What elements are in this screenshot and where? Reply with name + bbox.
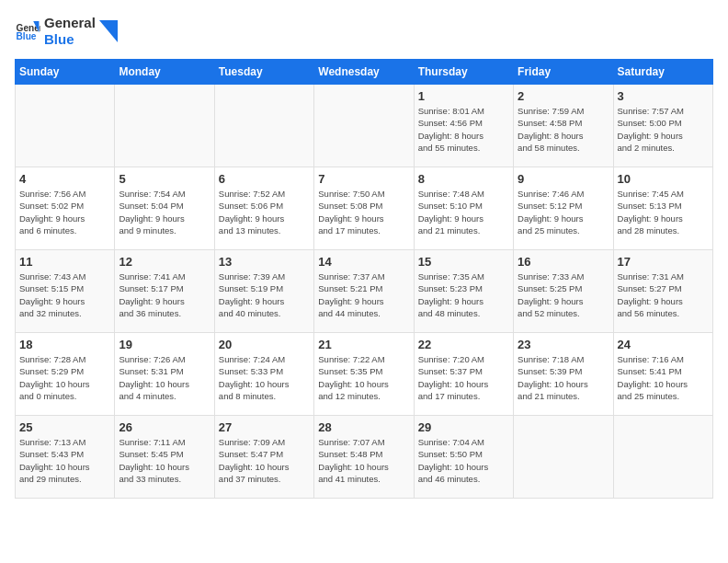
day-number: 15 bbox=[418, 255, 509, 269]
day-number: 10 bbox=[618, 172, 709, 186]
day-info: Sunrise: 7:33 AM Sunset: 5:25 PM Dayligh… bbox=[518, 270, 609, 319]
day-info: Sunrise: 7:07 AM Sunset: 5:48 PM Dayligh… bbox=[318, 436, 409, 485]
day-info: Sunrise: 7:56 AM Sunset: 5:02 PM Dayligh… bbox=[19, 188, 110, 236]
day-number: 13 bbox=[219, 255, 310, 269]
calendar-cell: 13Sunrise: 7:39 AM Sunset: 5:19 PM Dayli… bbox=[214, 250, 313, 333]
calendar-cell bbox=[514, 416, 613, 499]
col-header-saturday: Saturday bbox=[613, 60, 712, 85]
calendar-cell: 24Sunrise: 7:16 AM Sunset: 5:41 PM Dayli… bbox=[613, 333, 712, 416]
calendar-cell: 25Sunrise: 7:13 AM Sunset: 5:43 PM Dayli… bbox=[16, 416, 115, 499]
day-info: Sunrise: 7:13 AM Sunset: 5:43 PM Dayligh… bbox=[19, 436, 110, 485]
day-number: 29 bbox=[418, 420, 509, 434]
calendar-cell: 29Sunrise: 7:04 AM Sunset: 5:50 PM Dayli… bbox=[414, 416, 513, 499]
day-info: Sunrise: 7:24 AM Sunset: 5:33 PM Dayligh… bbox=[219, 353, 310, 402]
day-info: Sunrise: 7:37 AM Sunset: 5:21 PM Dayligh… bbox=[318, 270, 409, 319]
calendar-cell: 18Sunrise: 7:28 AM Sunset: 5:29 PM Dayli… bbox=[16, 333, 115, 416]
day-number: 20 bbox=[219, 338, 310, 351]
calendar-cell bbox=[214, 85, 313, 167]
calendar-cell bbox=[613, 416, 712, 499]
day-number: 8 bbox=[418, 172, 509, 186]
logo-icon: General Blue bbox=[15, 18, 40, 44]
day-number: 3 bbox=[618, 89, 709, 103]
day-number: 25 bbox=[19, 420, 110, 434]
calendar-cell: 6Sunrise: 7:52 AM Sunset: 5:06 PM Daylig… bbox=[214, 167, 313, 250]
day-info: Sunrise: 7:04 AM Sunset: 5:50 PM Dayligh… bbox=[418, 436, 509, 485]
calendar-cell: 26Sunrise: 7:11 AM Sunset: 5:45 PM Dayli… bbox=[115, 416, 214, 499]
day-info: Sunrise: 7:43 AM Sunset: 5:15 PM Dayligh… bbox=[19, 270, 110, 319]
day-info: Sunrise: 7:11 AM Sunset: 5:45 PM Dayligh… bbox=[119, 436, 210, 485]
day-info: Sunrise: 7:26 AM Sunset: 5:31 PM Dayligh… bbox=[119, 353, 210, 402]
day-number: 4 bbox=[19, 172, 110, 186]
day-info: Sunrise: 7:35 AM Sunset: 5:23 PM Dayligh… bbox=[418, 270, 509, 319]
day-number: 28 bbox=[318, 420, 409, 434]
day-number: 27 bbox=[219, 420, 310, 434]
day-info: Sunrise: 7:50 AM Sunset: 5:08 PM Dayligh… bbox=[318, 188, 409, 236]
day-info: Sunrise: 7:39 AM Sunset: 5:19 PM Dayligh… bbox=[219, 270, 310, 319]
calendar-body: 1Sunrise: 8:01 AM Sunset: 4:56 PM Daylig… bbox=[16, 85, 713, 499]
day-number: 26 bbox=[119, 420, 210, 434]
day-number: 6 bbox=[219, 172, 310, 186]
col-header-thursday: Thursday bbox=[414, 60, 513, 85]
day-number: 9 bbox=[518, 172, 609, 186]
calendar-cell: 28Sunrise: 7:07 AM Sunset: 5:48 PM Dayli… bbox=[314, 416, 414, 499]
week-row-5: 25Sunrise: 7:13 AM Sunset: 5:43 PM Dayli… bbox=[16, 416, 713, 499]
day-number: 23 bbox=[518, 338, 609, 351]
day-info: Sunrise: 7:45 AM Sunset: 5:13 PM Dayligh… bbox=[618, 188, 709, 236]
calendar-cell: 23Sunrise: 7:18 AM Sunset: 5:39 PM Dayli… bbox=[514, 333, 613, 416]
calendar-cell: 7Sunrise: 7:50 AM Sunset: 5:08 PM Daylig… bbox=[314, 167, 414, 250]
calendar-cell: 21Sunrise: 7:22 AM Sunset: 5:35 PM Dayli… bbox=[314, 333, 414, 416]
day-info: Sunrise: 7:41 AM Sunset: 5:17 PM Dayligh… bbox=[119, 270, 210, 319]
calendar-cell: 8Sunrise: 7:48 AM Sunset: 5:10 PM Daylig… bbox=[414, 167, 513, 250]
day-info: Sunrise: 7:52 AM Sunset: 5:06 PM Dayligh… bbox=[219, 188, 310, 236]
col-header-tuesday: Tuesday bbox=[214, 60, 313, 85]
calendar-table: SundayMondayTuesdayWednesdayThursdayFrid… bbox=[15, 59, 713, 499]
day-info: Sunrise: 8:01 AM Sunset: 4:56 PM Dayligh… bbox=[418, 105, 509, 154]
logo-general: General bbox=[44, 15, 96, 31]
col-header-friday: Friday bbox=[514, 60, 613, 85]
calendar-cell: 2Sunrise: 7:59 AM Sunset: 4:58 PM Daylig… bbox=[514, 85, 613, 167]
day-number: 14 bbox=[318, 255, 409, 269]
logo-blue: Blue bbox=[44, 31, 96, 48]
day-info: Sunrise: 7:20 AM Sunset: 5:37 PM Dayligh… bbox=[418, 353, 509, 402]
calendar-cell: 11Sunrise: 7:43 AM Sunset: 5:15 PM Dayli… bbox=[16, 250, 115, 333]
day-info: Sunrise: 7:16 AM Sunset: 5:41 PM Dayligh… bbox=[618, 353, 709, 402]
col-header-wednesday: Wednesday bbox=[314, 60, 414, 85]
logo-triangle-icon bbox=[99, 20, 118, 42]
week-row-3: 11Sunrise: 7:43 AM Sunset: 5:15 PM Dayli… bbox=[16, 250, 713, 333]
day-info: Sunrise: 7:48 AM Sunset: 5:10 PM Dayligh… bbox=[418, 188, 509, 236]
week-row-1: 1Sunrise: 8:01 AM Sunset: 4:56 PM Daylig… bbox=[16, 85, 713, 167]
calendar-cell bbox=[16, 85, 115, 167]
calendar-cell: 3Sunrise: 7:57 AM Sunset: 5:00 PM Daylig… bbox=[613, 85, 712, 167]
svg-marker-3 bbox=[99, 20, 118, 42]
calendar-cell: 14Sunrise: 7:37 AM Sunset: 5:21 PM Dayli… bbox=[314, 250, 414, 333]
day-number: 17 bbox=[618, 255, 709, 269]
calendar-cell: 10Sunrise: 7:45 AM Sunset: 5:13 PM Dayli… bbox=[613, 167, 712, 250]
calendar-cell: 4Sunrise: 7:56 AM Sunset: 5:02 PM Daylig… bbox=[16, 167, 115, 250]
header-row: SundayMondayTuesdayWednesdayThursdayFrid… bbox=[16, 60, 713, 85]
calendar-cell: 22Sunrise: 7:20 AM Sunset: 5:37 PM Dayli… bbox=[414, 333, 513, 416]
calendar-cell: 5Sunrise: 7:54 AM Sunset: 5:04 PM Daylig… bbox=[115, 167, 214, 250]
day-info: Sunrise: 7:18 AM Sunset: 5:39 PM Dayligh… bbox=[518, 353, 609, 402]
day-info: Sunrise: 7:54 AM Sunset: 5:04 PM Dayligh… bbox=[119, 188, 210, 236]
calendar-cell: 19Sunrise: 7:26 AM Sunset: 5:31 PM Dayli… bbox=[115, 333, 214, 416]
calendar-cell: 20Sunrise: 7:24 AM Sunset: 5:33 PM Dayli… bbox=[214, 333, 313, 416]
day-info: Sunrise: 7:59 AM Sunset: 4:58 PM Dayligh… bbox=[518, 105, 609, 154]
calendar-cell: 17Sunrise: 7:31 AM Sunset: 5:27 PM Dayli… bbox=[613, 250, 712, 333]
day-info: Sunrise: 7:22 AM Sunset: 5:35 PM Dayligh… bbox=[318, 353, 409, 402]
day-number: 1 bbox=[418, 89, 509, 103]
day-number: 21 bbox=[318, 338, 409, 351]
calendar-cell: 12Sunrise: 7:41 AM Sunset: 5:17 PM Dayli… bbox=[115, 250, 214, 333]
day-number: 11 bbox=[19, 255, 110, 269]
day-number: 2 bbox=[518, 89, 609, 103]
week-row-2: 4Sunrise: 7:56 AM Sunset: 5:02 PM Daylig… bbox=[16, 167, 713, 250]
calendar-cell: 1Sunrise: 8:01 AM Sunset: 4:56 PM Daylig… bbox=[414, 85, 513, 167]
col-header-monday: Monday bbox=[115, 60, 214, 85]
day-number: 18 bbox=[19, 338, 110, 351]
calendar-header: SundayMondayTuesdayWednesdayThursdayFrid… bbox=[16, 60, 713, 85]
day-number: 7 bbox=[318, 172, 409, 186]
day-number: 16 bbox=[518, 255, 609, 269]
day-info: Sunrise: 7:28 AM Sunset: 5:29 PM Dayligh… bbox=[19, 353, 110, 402]
logo: General Blue General Blue bbox=[15, 15, 118, 48]
day-info: Sunrise: 7:46 AM Sunset: 5:12 PM Dayligh… bbox=[518, 188, 609, 236]
day-number: 24 bbox=[618, 338, 709, 351]
